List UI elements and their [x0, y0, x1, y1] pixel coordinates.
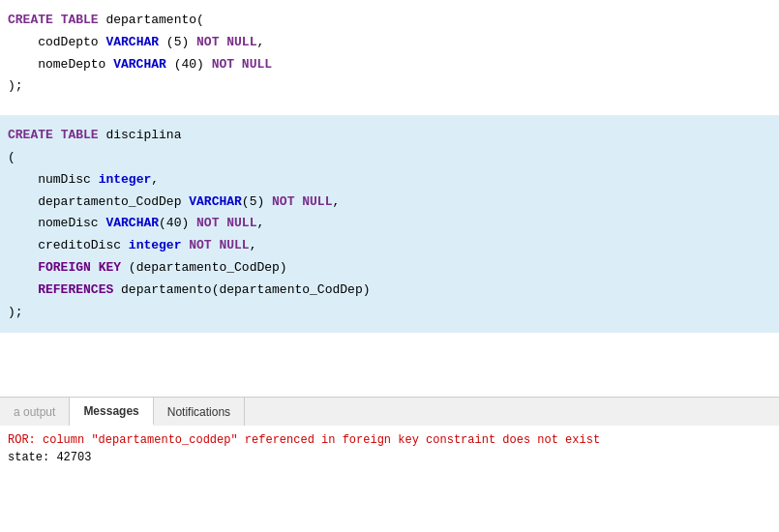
col-rest4: (40): [159, 214, 196, 234]
space: [53, 11, 61, 31]
table-name2: disciplina: [99, 126, 182, 146]
code-line: );: [0, 75, 779, 98]
separator: [0, 107, 779, 115]
table-name: departamento(: [99, 11, 204, 31]
kw-create: CREATE: [8, 11, 53, 31]
col-name2: nomeDepto: [8, 55, 113, 75]
col-credito: creditoDisc: [8, 236, 129, 256]
code-line: codDepto VARCHAR (5) NOT NULL,: [0, 32, 779, 54]
comma4: ,: [256, 214, 264, 234]
tab-data-output-label: a output: [14, 405, 55, 419]
col-rest3: (5): [242, 192, 272, 213]
col-name: codDepto: [8, 33, 105, 53]
kw-create2: CREATE: [8, 126, 53, 146]
comma3: ,: [332, 192, 340, 213]
indent2: [8, 281, 38, 301]
comma2: ,: [151, 170, 159, 191]
col-rest: (5): [159, 33, 196, 53]
comma: ,: [256, 33, 264, 53]
closing2: );: [8, 303, 23, 323]
type-varchar4: VARCHAR: [105, 214, 159, 234]
code-line: REFERENCES departamento(departamento_Cod…: [0, 280, 779, 302]
col-rest2: (40): [166, 55, 212, 75]
code-line: numDisc integer,: [0, 169, 779, 192]
code-line: );: [0, 302, 779, 324]
col-nomedisc: nomeDisc: [8, 214, 105, 234]
code-line: nomeDepto VARCHAR (40) NOT NULL: [0, 54, 779, 76]
col-dep: departamento_CodDep: [8, 192, 189, 213]
kw-table2: TABLE: [61, 126, 99, 146]
type-integer2: integer: [129, 236, 182, 256]
editor-area: CREATE TABLE departamento( codDepto VARC…: [0, 0, 779, 397]
error-message: ROR: column "departamento_coddep" refere…: [8, 433, 771, 447]
indent1: [8, 258, 38, 279]
bottom-tabs: a output Messages Notifications: [0, 397, 779, 426]
kw-not-null: NOT NULL: [196, 33, 256, 53]
code-block-2: CREATE TABLE disciplina ( numDisc intege…: [0, 115, 779, 333]
state-message: state: 42703: [8, 451, 771, 464]
type-varchar: VARCHAR: [105, 33, 159, 53]
code-line: (: [0, 147, 779, 169]
space3: [181, 236, 189, 256]
kw-foreign: FOREIGN KEY: [38, 258, 121, 279]
kw-not-null5: NOT NULL: [189, 236, 249, 256]
fk-col: (departamento_CodDep): [121, 258, 287, 279]
kw-references: REFERENCES: [38, 281, 113, 301]
code-line: creditoDisc integer NOT NULL,: [0, 235, 779, 257]
tab-notifications[interactable]: Notifications: [154, 398, 245, 426]
code-block-1: CREATE TABLE departamento( codDepto VARC…: [0, 0, 779, 107]
open-paren: (: [8, 148, 15, 168]
code-line: FOREIGN KEY (departamento_CodDep): [0, 257, 779, 280]
type-varchar2: VARCHAR: [113, 55, 166, 75]
kw-not-null2: NOT NULL: [212, 55, 272, 75]
kw-not-null4: NOT NULL: [196, 214, 256, 234]
tab-messages-label: Messages: [83, 404, 138, 418]
comma5: ,: [250, 236, 257, 256]
type-varchar3: VARCHAR: [189, 192, 242, 213]
tab-notifications-label: Notifications: [167, 405, 230, 419]
code-line: CREATE TABLE disciplina: [0, 125, 779, 147]
code-line: nomeDisc VARCHAR(40) NOT NULL,: [0, 213, 779, 235]
closing: );: [8, 76, 23, 97]
type-integer: integer: [99, 170, 152, 191]
ref-table: departamento(departamento_CodDep): [113, 281, 370, 301]
kw-table: TABLE: [61, 11, 99, 31]
col-numdisc: numDisc: [8, 170, 99, 191]
tab-messages[interactable]: Messages: [70, 398, 153, 426]
code-line: CREATE TABLE departamento(: [0, 10, 779, 32]
messages-area: ROR: column "departamento_coddep" refere…: [0, 426, 779, 532]
tab-data-output[interactable]: a output: [0, 398, 70, 426]
space2: [53, 126, 61, 146]
code-line: departamento_CodDep VARCHAR(5) NOT NULL,: [0, 192, 779, 214]
kw-not-null3: NOT NULL: [272, 192, 332, 213]
